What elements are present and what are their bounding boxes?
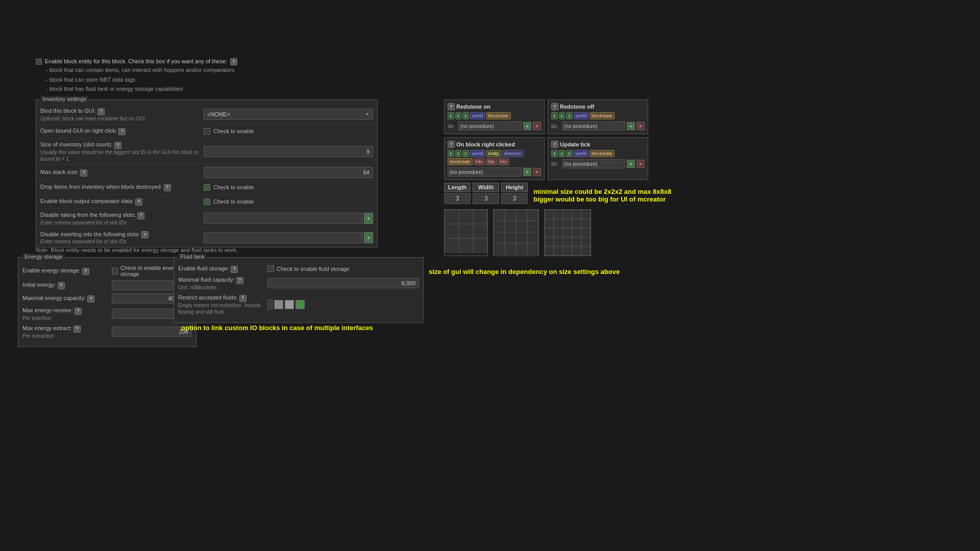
redstone-on-do-row: do: (no procedure) + × — [448, 121, 541, 131]
fluid-enable-help[interactable]: ? — [231, 266, 238, 273]
fluid-restrict-input[interactable] — [267, 299, 273, 310]
update-tick-remove-btn[interactable]: × — [636, 160, 645, 168]
update-tick-add-btn[interactable]: + — [627, 160, 635, 168]
bind-gui-value: <NONE> — [207, 111, 230, 117]
enable-checkbox[interactable] — [36, 59, 42, 65]
fluid-enable-checkbox[interactable] — [267, 265, 274, 272]
comparator-label: Enable block output comparator data: — [40, 198, 134, 204]
redstone-off-title: Redstone off — [560, 104, 594, 110]
fluid-capacity-input[interactable]: 8,000 — [267, 278, 419, 288]
fluid-swatch-2[interactable] — [285, 300, 294, 309]
redstone-on-add-btn[interactable]: + — [523, 122, 531, 130]
block-right-clicked-procedure-dropdown[interactable]: (no procedure) — [448, 167, 522, 177]
cell — [527, 243, 538, 255]
cell — [516, 221, 527, 232]
max-receive-help[interactable]: ? — [75, 308, 82, 315]
redstone-on-procedure-dropdown[interactable]: (no procedure) — [458, 121, 522, 131]
update-tick-title: Update tick — [560, 141, 590, 147]
cell — [505, 221, 516, 232]
max-receive-row: Max energy receive: ? Per insertion 200 — [22, 307, 192, 321]
cell — [581, 246, 591, 256]
enable-help-icon[interactable]: ? — [230, 58, 237, 65]
length-input[interactable]: 3 — [444, 193, 471, 204]
tag-z2: z — [559, 112, 566, 119]
update-tick-tags: z z z world blockstate — [551, 150, 645, 157]
top-section: Enable block entity for this block. Chec… — [36, 56, 393, 94]
cell — [516, 210, 527, 221]
cell — [572, 228, 581, 237]
width-input[interactable]: 3 — [473, 193, 499, 204]
cell — [494, 232, 505, 243]
bind-gui-dropdown[interactable]: <NONE> ▼ — [204, 109, 373, 120]
inv-size-help[interactable]: ? — [114, 142, 121, 149]
cell — [505, 232, 516, 243]
disable-insert-help[interactable]: ? — [141, 231, 149, 238]
open-gui-checkbox[interactable] — [204, 128, 210, 135]
energy-enable-help[interactable]: ? — [82, 268, 89, 275]
bind-gui-row: Bind this block to GUI: ? Optional: bloc… — [36, 105, 377, 124]
max-stack-help[interactable]: ? — [80, 169, 87, 177]
gui-grids-section — [444, 209, 591, 256]
disable-take-add-btn[interactable]: + — [364, 213, 373, 224]
disable-take-help[interactable]: ? — [137, 212, 144, 219]
cell — [494, 210, 505, 221]
energy-enable-row: Enable energy storage: ? Check to enable… — [22, 265, 192, 277]
tag-z1: z — [551, 112, 558, 119]
tag-z2: z — [455, 112, 462, 119]
cell — [505, 243, 516, 255]
comparator-help[interactable]: ? — [135, 198, 142, 206]
fluid-swatch-1[interactable] — [274, 300, 283, 309]
redstone-off-do-label: do: — [551, 123, 560, 129]
max-stack-input[interactable]: 64 — [204, 167, 373, 178]
cell — [554, 237, 563, 246]
disable-insert-input[interactable] — [204, 232, 363, 243]
max-energy-cap-help[interactable]: ? — [87, 295, 94, 303]
max-extract-input[interactable]: 200 — [112, 327, 192, 337]
disable-take-input[interactable] — [204, 213, 363, 224]
disable-insert-add-btn[interactable]: + — [364, 232, 373, 243]
inventory-panel: Inventory settings Bind this block to GU… — [36, 99, 378, 247]
redstone-off-add-btn[interactable]: + — [627, 122, 635, 130]
cell — [527, 221, 538, 232]
redstone-on-do-label: do: — [448, 123, 457, 129]
height-input[interactable]: 3 — [501, 193, 528, 204]
open-gui-help[interactable]: ? — [118, 128, 126, 135]
drop-items-check-label: Check to enable — [213, 184, 254, 190]
inv-size-input[interactable]: 9 — [204, 146, 373, 157]
fluid-restrict-help[interactable]: ? — [239, 295, 247, 302]
block-right-clicked-add-btn[interactable]: + — [523, 168, 531, 176]
tag-world: world — [574, 112, 589, 119]
block-right-clicked-help[interactable]: ? — [448, 141, 455, 148]
redstone-off-remove-btn[interactable]: × — [636, 122, 645, 130]
dropdown-arrow-icon: ▼ — [365, 112, 370, 117]
redstone-off-procedure-dropdown[interactable]: (no procedure) — [562, 121, 625, 131]
update-tick-procedure-dropdown[interactable]: (no procedure) — [562, 159, 625, 168]
energy-enable-checkbox[interactable] — [112, 268, 118, 274]
redstone-on-tags: z z z world blockstate — [448, 112, 541, 119]
cell — [572, 246, 581, 256]
inventory-size-row: Size of inventory (slot count): ? Usuall… — [36, 139, 377, 165]
comparator-checkbox[interactable] — [204, 198, 210, 205]
cell — [554, 228, 563, 237]
cell — [563, 228, 572, 237]
drop-items-checkbox[interactable] — [204, 184, 210, 191]
cell — [473, 238, 487, 253]
cell — [563, 210, 572, 219]
cell — [459, 238, 473, 253]
block-right-clicked-remove-btn[interactable]: × — [533, 168, 541, 176]
fluid-capacity-sublabel: Unit: millibuckets — [178, 284, 267, 291]
max-stack-row: Max stack size: ? 64 — [36, 165, 377, 181]
initial-energy-help[interactable]: ? — [58, 282, 65, 289]
update-tick-help[interactable]: ? — [551, 141, 558, 148]
fluid-capacity-help[interactable]: ? — [236, 277, 243, 284]
redstone-off-help[interactable]: ? — [551, 103, 558, 110]
drop-items-help[interactable]: ? — [164, 184, 171, 191]
redstone-on-remove-btn[interactable]: × — [533, 122, 541, 130]
max-extract-help[interactable]: ? — [74, 325, 81, 333]
redstone-on-help[interactable]: ? — [448, 103, 455, 110]
bind-gui-help[interactable]: ? — [97, 108, 105, 115]
cell — [473, 210, 487, 224]
update-tick-do-label: do: — [551, 161, 560, 167]
fluid-capacity-row: Maximal fluid capacity: ? Unit: millibuc… — [178, 276, 419, 291]
fluid-swatch-3[interactable] — [296, 300, 305, 309]
